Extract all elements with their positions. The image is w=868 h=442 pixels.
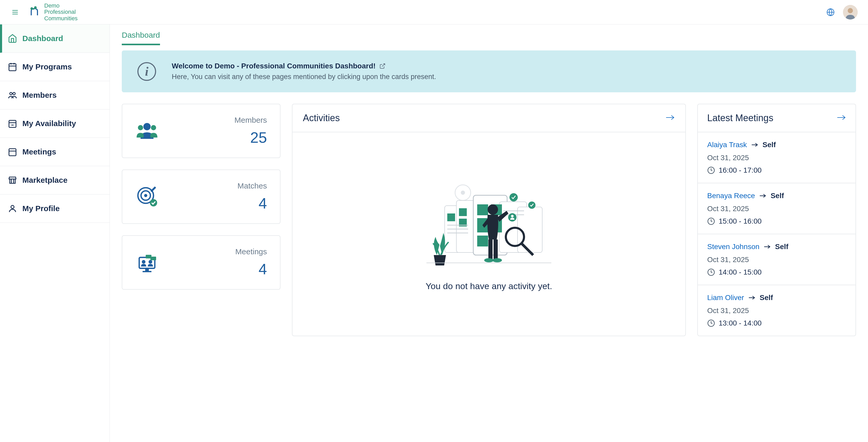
sidebar-item-marketplace[interactable]: Marketplace [0,166,110,195]
user-avatar[interactable] [843,5,858,20]
clock-icon [707,166,715,174]
svg-point-65 [493,258,502,262]
meeting-time: 16:00 - 17:00 [707,166,846,174]
meeting-time: 13:00 - 14:00 [707,319,846,327]
sidebar-item-label: Meetings [22,147,56,156]
activities-view-all-link[interactable] [665,114,675,122]
svg-rect-48 [477,204,488,215]
stat-value: 4 [235,260,267,278]
user-icon [8,204,17,213]
logo-link[interactable]: Demo Professional Communities [28,3,78,22]
header-left: Demo Professional Communities [10,3,78,22]
sidebar-item-members[interactable]: Members [0,81,110,109]
stat-value: 25 [235,129,267,146]
svg-point-14 [13,93,16,95]
hamburger-menu-button[interactable] [10,7,20,17]
sidebar-item-dashboard[interactable]: Dashboard [0,25,110,53]
stat-card-meetings[interactable]: Meetings 4 [122,235,280,290]
meeting-participants: Alaiya Trask Self [707,141,846,149]
svg-rect-18 [9,149,16,156]
banner-text: Welcome to Demo - Professional Communiti… [172,62,436,81]
sidebar-item-my-profile[interactable]: My Profile [0,195,110,223]
info-icon: i [137,62,156,81]
meeting-time: 15:00 - 16:00 [707,217,846,226]
svg-rect-31 [143,271,151,272]
clock-icon [707,268,715,276]
stat-label: Members [235,116,267,125]
arrow-right-icon [837,114,846,121]
svg-point-64 [484,258,494,262]
meeting-icon [135,251,159,274]
stat-value: 4 [238,195,267,212]
logo-text: Demo Professional Communities [44,3,78,22]
clock-icon [707,319,715,327]
meeting-person-link[interactable]: Liam Oliver [707,294,744,302]
clock-icon [707,217,715,225]
external-link-icon[interactable] [379,63,385,69]
svg-rect-30 [145,268,149,271]
svg-point-20 [11,205,14,208]
sidebar-item-my-programs[interactable]: My Programs [0,53,110,81]
activities-panel: Activities [292,104,686,336]
meeting-date: Oct 31, 2025 [707,154,846,162]
language-globe-icon[interactable] [826,8,835,16]
svg-point-3 [30,7,33,10]
sidebar-item-label: Members [22,91,57,100]
top-header: Demo Professional Communities [0,0,868,25]
activities-empty-state: You do not have any activity yet. [292,132,685,336]
banner-title: Welcome to Demo - Professional Communiti… [172,62,436,70]
stat-card-matches[interactable]: Matches 4 [122,170,280,224]
store-icon [8,175,17,185]
arrow-right-icon [748,295,755,300]
meetings-title: Latest Meetings [707,112,773,124]
sidebar-item-my-availability[interactable]: My Availability [0,109,110,138]
logo-icon [28,6,40,19]
svg-line-21 [382,64,385,67]
activities-header: Activities [292,104,685,132]
meeting-person-link[interactable]: Steven Johnson [707,243,760,251]
arrow-right-icon [665,114,675,121]
meeting-item[interactable]: Benaya Reece Self Oct 31, 2025 15:00 - 1… [698,183,856,234]
meeting-person-link[interactable]: Benaya Reece [707,192,755,200]
latest-meetings-panel: Latest Meetings Alaiya Trask Self Oct 31… [697,104,856,336]
meeting-person: Self [763,141,776,149]
calendar-check-icon [8,119,17,128]
meeting-person: Self [775,243,788,251]
meeting-person-link[interactable]: Alaiya Trask [707,141,747,149]
svg-rect-45 [447,213,455,221]
home-icon [8,34,17,43]
stat-cards-column: Members 25 [122,104,280,336]
meeting-participants: Benaya Reece Self [707,192,846,200]
arrow-right-icon [764,244,771,249]
avatar-image-icon [843,5,858,20]
svg-point-13 [10,93,12,95]
header-right [826,5,858,20]
meeting-participants: Liam Oliver Self [707,294,846,302]
svg-point-27 [144,194,147,197]
svg-rect-9 [9,64,16,71]
hamburger-icon [11,8,19,16]
activities-title: Activities [303,112,340,124]
people-icon [135,120,159,143]
svg-point-57 [509,193,518,202]
sidebar-item-meetings[interactable]: Meetings [0,138,110,166]
meeting-item[interactable]: Steven Johnson Self Oct 31, 2025 14:00 -… [698,234,856,285]
sidebar-item-label: Dashboard [22,34,63,43]
sidebar-item-label: My Availability [22,119,76,128]
svg-point-32 [142,260,146,264]
meetings-header: Latest Meetings [698,104,856,132]
sidebar-item-label: My Profile [22,204,60,213]
sidebar: Dashboard My Programs Members My Availab… [0,25,110,442]
meeting-item[interactable]: Liam Oliver Self Oct 31, 2025 13:00 - 14… [698,285,856,336]
meeting-date: Oct 31, 2025 [707,307,846,315]
arrow-right-icon [751,142,758,147]
stat-card-members[interactable]: Members 25 [122,104,280,158]
empty-state-illustration-icon [421,177,557,271]
welcome-banner: i Welcome to Demo - Professional Communi… [122,50,856,92]
meeting-item[interactable]: Alaiya Trask Self Oct 31, 2025 16:00 - 1… [698,132,856,183]
meetings-view-all-link[interactable] [837,114,846,122]
breadcrumb-item[interactable]: Dashboard [122,31,160,45]
svg-point-8 [848,8,853,13]
svg-point-60 [511,215,514,217]
svg-point-24 [151,125,156,130]
